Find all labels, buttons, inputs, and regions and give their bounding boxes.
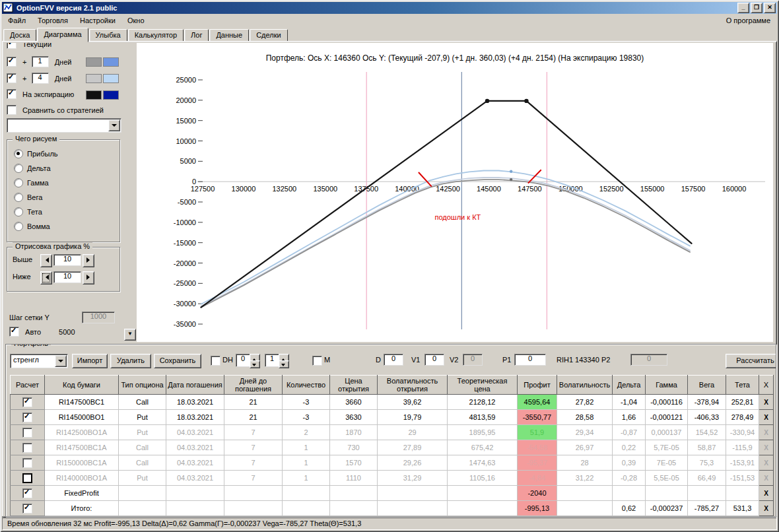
down-arrow-icon[interactable]	[250, 360, 260, 368]
tab[interactable]: Данные	[209, 29, 249, 42]
above-label: Выше	[13, 255, 32, 263]
down-arrow-icon[interactable]	[279, 360, 289, 368]
plus1-checkbox[interactable]: ✓	[7, 57, 17, 67]
dh-spin1-input[interactable]: 0	[236, 354, 250, 367]
menu-item[interactable]: Окно	[121, 15, 151, 26]
above-value-input[interactable]: 10	[53, 254, 81, 266]
dh-spin2-updown[interactable]	[279, 354, 288, 367]
auto-checkbox[interactable]: ✓	[9, 327, 19, 337]
tab[interactable]: Калькулятор	[128, 29, 184, 42]
strategy-select[interactable]: стренгл	[10, 354, 68, 368]
below-decrease-button[interactable]	[40, 271, 52, 284]
table-cell: 1105,16	[448, 471, 518, 486]
close-button[interactable]: ✕	[764, 3, 776, 13]
calc-cell: ✓	[11, 395, 45, 410]
radio-icon[interactable]	[14, 222, 23, 231]
delete-row-button[interactable]: X	[759, 410, 774, 425]
table-cell	[557, 486, 613, 501]
plus4-checkbox[interactable]: ✓	[7, 73, 17, 83]
dh-checkbox[interactable]: ✓	[211, 356, 220, 366]
table-cell	[613, 486, 646, 501]
draw-option-label[interactable]: Тета	[27, 208, 42, 216]
delete-row-button[interactable]: X	[759, 471, 774, 486]
save-button[interactable]: Сохранить	[154, 354, 201, 368]
tab[interactable]: Сделки	[250, 29, 288, 42]
maximize-button[interactable]: ❐	[751, 3, 762, 13]
delete-row-button[interactable]: X	[759, 486, 774, 501]
above-decrease-button[interactable]	[40, 254, 52, 267]
table-cell: -0,000121	[646, 410, 688, 425]
expiry-swatch-black	[86, 90, 102, 100]
row-calc-checkbox[interactable]: ✓	[22, 488, 32, 498]
below-value-input[interactable]: 10	[53, 271, 81, 283]
delete-button[interactable]: Удалить	[110, 354, 151, 368]
radio-icon[interactable]	[14, 207, 23, 216]
strategy-compare-select[interactable]	[7, 118, 121, 133]
v1-label: V1	[411, 356, 420, 364]
above-increase-button[interactable]	[83, 254, 94, 267]
tab[interactable]: Улыбка	[89, 29, 127, 42]
draw-option-label[interactable]: Прибыль	[27, 150, 58, 158]
draw-option-label[interactable]: Дельта	[27, 164, 51, 172]
import-button[interactable]: Импорт	[72, 354, 108, 368]
calculate-button[interactable]: Рассчитать	[726, 354, 776, 368]
v1-input[interactable]: 0	[424, 354, 444, 366]
row-calc-checkbox[interactable]: ✓	[22, 443, 32, 453]
delete-row-button[interactable]: X	[759, 395, 774, 410]
calc-cell: ✓	[11, 501, 45, 516]
delete-row-button[interactable]: X	[759, 440, 774, 455]
row-calc-checkbox[interactable]: ✓	[22, 428, 32, 438]
chevron-down-icon[interactable]	[108, 119, 120, 131]
v2-input[interactable]: 0	[463, 354, 483, 366]
p1-input[interactable]: 0	[514, 354, 546, 366]
m-checkbox[interactable]: ✓	[312, 356, 322, 366]
draw-option-label[interactable]: Вомма	[27, 222, 50, 230]
radio-icon[interactable]	[14, 149, 23, 158]
grid-step-input[interactable]: 1000	[82, 312, 115, 323]
table-cell: 27,89	[378, 440, 448, 455]
draw-option-label[interactable]: Гамма	[27, 179, 49, 187]
compare-checkbox[interactable]: ✓	[7, 105, 17, 115]
column-header: Тип опциона	[119, 376, 166, 395]
dh-spin2-input[interactable]: 1	[265, 354, 279, 367]
below-increase-button[interactable]	[83, 271, 94, 284]
current-checkbox[interactable]: ✓	[7, 43, 17, 49]
table-cell: 154,52	[688, 425, 726, 440]
column-header: Тета	[726, 376, 759, 395]
scroll-down-button[interactable]: ▼	[124, 329, 136, 341]
table-cell: -0,87	[613, 425, 646, 440]
svg-text:157500: 157500	[681, 185, 706, 193]
p2-input[interactable]: 0	[630, 354, 667, 366]
radio-icon[interactable]	[14, 164, 23, 173]
draw-option-label[interactable]: Вега	[27, 193, 42, 201]
row-calc-checkbox[interactable]: ✓	[22, 458, 32, 468]
menu-item[interactable]: Файл	[2, 15, 32, 26]
row-calc-checkbox[interactable]: ✓	[22, 397, 32, 407]
tab[interactable]: Доска	[3, 29, 36, 42]
radio-icon[interactable]	[14, 178, 23, 187]
plus4-days-input[interactable]: 4	[32, 73, 49, 84]
d-input[interactable]: 0	[384, 354, 403, 366]
row-calc-checkbox[interactable]: ✓	[22, 473, 32, 483]
profit-cell: -2040	[518, 486, 557, 501]
menu-item[interactable]: Настройки	[74, 15, 121, 26]
delete-row-button[interactable]: X	[759, 501, 774, 516]
table-cell: -406,33	[688, 410, 726, 425]
row-calc-checkbox[interactable]: ✓	[22, 504, 32, 514]
minimize-button[interactable]: _	[737, 3, 749, 13]
menu-about[interactable]: О программе	[720, 15, 777, 26]
tab[interactable]: Лог	[184, 29, 209, 42]
plus1-days-input[interactable]: 1	[32, 56, 49, 67]
expiry-checkbox[interactable]: ✓	[7, 89, 17, 99]
tab[interactable]: Диаграмма	[37, 28, 88, 42]
menu-item[interactable]: Торговля	[32, 15, 74, 26]
dh-spin1-updown[interactable]	[250, 354, 259, 367]
chevron-down-icon[interactable]	[55, 355, 67, 367]
column-header: Теоретическая цена	[448, 376, 518, 395]
delete-row-button[interactable]: X	[759, 455, 774, 471]
title-bar: OptionFVV версия 2.1 public _ ❐ ✕	[2, 2, 777, 14]
table-cell: -115,9	[726, 440, 759, 455]
radio-icon[interactable]	[14, 193, 23, 202]
delete-row-button[interactable]: X	[759, 425, 774, 440]
row-calc-checkbox[interactable]: ✓	[22, 413, 32, 422]
